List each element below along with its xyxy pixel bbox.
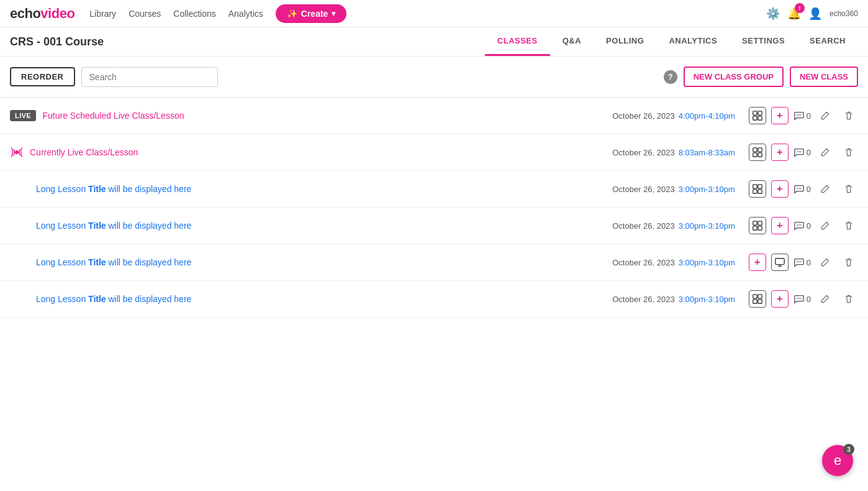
edit-button[interactable] [816,290,834,308]
user-icon[interactable]: 👤 [808,7,822,21]
svg-rect-10 [753,153,757,157]
class-date: October 26, 2023 [612,295,674,304]
course-bar: CRS - 001 Course CLASSES Q&A POLLING ANA… [0,27,868,57]
class-title[interactable]: Long Lesson Title will be displayed here [36,257,191,267]
class-meta: October 26, 2023 8:03am-8:33am [612,148,735,157]
tab-search[interactable]: SEARCH [797,27,858,56]
svg-rect-23 [758,221,762,225]
edit-button[interactable] [816,216,834,235]
new-class-button[interactable]: NEW CLASS [790,67,858,87]
help-icon[interactable]: ? [664,70,677,84]
tab-polling[interactable]: POLLING [594,27,656,56]
add-content-button[interactable]: + [771,144,789,161]
add-content-button[interactable]: + [771,107,789,124]
class-time: 3:00pm-3:10pm [679,258,735,267]
class-date: October 26, 2023 [612,111,674,121]
logo-echo: echo [10,6,40,22]
svg-point-30 [797,261,798,262]
delete-button[interactable] [839,253,858,272]
add-content-button[interactable]: + [771,217,789,234]
class-actions: + 0 [749,290,858,308]
class-actions: + 0 [749,216,858,235]
nav-right: ⚙️ 🔔 ! 👤 echo360 [766,7,858,21]
add-content-button[interactable]: + [771,290,789,308]
svg-point-6 [800,114,802,116]
class-date: October 26, 2023 [612,221,674,231]
grid-icon-button[interactable] [749,290,766,308]
delete-button[interactable] [839,143,858,162]
live-badge: LIVE [10,110,36,121]
grid-icon-button[interactable] [749,107,766,124]
class-time: 4:00pm-4:10pm [679,111,735,121]
reorder-button[interactable]: REORDER [10,67,75,86]
class-date: October 26, 2023 [612,258,674,267]
table-row: LIVE Future Scheduled Live Class/Lesson … [0,98,868,134]
nav-links: Library Courses Collections Analytics ✨ … [89,4,766,23]
svg-point-7 [15,150,19,154]
grid-icon-button[interactable] [749,217,766,234]
svg-rect-35 [753,300,757,303]
class-time: 3:00pm-3:10pm [679,185,735,194]
svg-rect-9 [758,148,762,152]
svg-rect-24 [753,226,757,230]
class-meta: October 26, 2023 3:00pm-3:10pm [612,258,735,267]
tab-qa[interactable]: Q&A [550,27,594,56]
delete-button[interactable] [839,180,858,198]
svg-point-26 [797,224,798,226]
svg-rect-16 [758,185,762,188]
edit-button[interactable] [816,106,834,125]
svg-point-14 [800,151,802,152]
class-title[interactable]: Currently Live Class/Lesson [30,147,138,157]
class-actions: + 0 [749,180,858,198]
class-meta: October 26, 2023 3:00pm-3:10pm [612,185,735,194]
new-class-group-button[interactable]: NEW CLASS GROUP [684,67,784,87]
course-tabs: CLASSES Q&A POLLING ANALYTICS SETTINGS S… [485,27,858,56]
notifications-icon[interactable]: 🔔 ! [787,7,801,21]
create-button[interactable]: ✨ Create ▾ [276,4,347,23]
svg-rect-18 [758,190,762,193]
delete-button[interactable] [839,290,858,308]
nav-library[interactable]: Library [89,9,116,19]
comment-count: 0 [793,110,811,121]
svg-rect-34 [758,295,762,298]
nav-courses[interactable]: Courses [129,9,161,19]
delete-button[interactable] [839,106,858,125]
class-date: October 26, 2023 [612,185,674,194]
search-input[interactable] [81,67,218,87]
comment-count: 0 [793,183,811,195]
svg-point-20 [798,188,800,189]
tab-classes[interactable]: CLASSES [485,27,550,56]
class-time: 3:00pm-3:10pm [679,295,735,304]
grid-icon-button[interactable] [749,144,766,161]
add-content-button[interactable]: + [749,254,766,271]
tab-analytics[interactable]: ANALYTICS [656,27,730,56]
class-list: LIVE Future Scheduled Live Class/Lesson … [0,98,868,318]
nav-analytics[interactable]: Analytics [228,9,263,19]
class-title[interactable]: Long Lesson Title will be displayed here [36,221,191,231]
tab-settings[interactable]: SETTINGS [730,27,797,56]
delete-button[interactable] [839,216,858,235]
live-wave-icon [10,147,24,158]
comment-number: 0 [807,221,811,231]
table-row: Long Lesson Title will be displayed here… [0,281,868,318]
svg-rect-8 [753,148,757,152]
table-row: Long Lesson Title will be displayed here… [0,244,868,281]
notification-badge: ! [795,3,805,13]
svg-rect-2 [753,116,757,120]
class-title[interactable]: Long Lesson Title will be displayed here [36,184,191,194]
nav-collections[interactable]: Collections [173,9,215,19]
toolbar: REORDER ? NEW CLASS GROUP NEW CLASS [0,57,868,98]
class-meta: October 26, 2023 3:00pm-3:10pm [612,221,735,231]
svg-rect-11 [758,153,762,157]
class-title[interactable]: Long Lesson Title will be displayed here [36,294,191,304]
edit-button[interactable] [816,253,834,272]
svg-point-27 [798,224,800,226]
grid-icon-button[interactable] [749,180,766,198]
settings-icon[interactable]: ⚙️ [766,7,780,21]
edit-button[interactable] [816,143,834,162]
add-content-button[interactable]: + [771,180,789,198]
svg-point-12 [797,151,798,152]
class-title[interactable]: Future Scheduled Live Class/Lesson [42,111,184,121]
screen-icon-button[interactable] [771,254,789,271]
edit-button[interactable] [816,180,834,198]
